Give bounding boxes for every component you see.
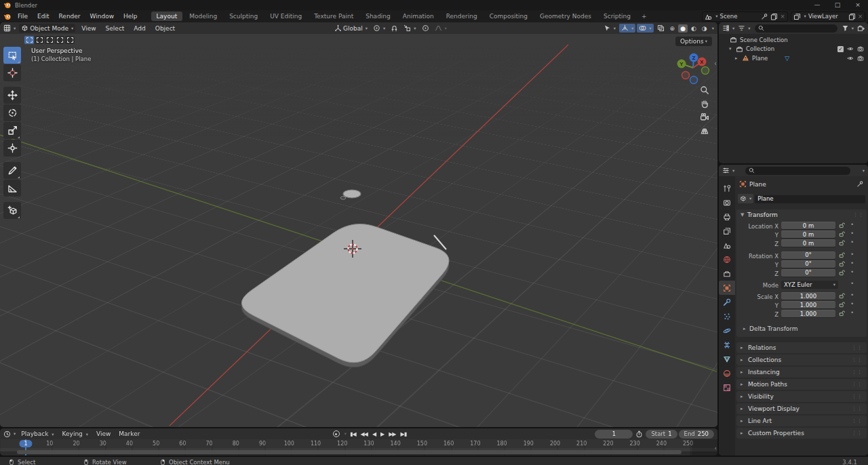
- navigation-gizmo[interactable]: Z X Y: [675, 52, 712, 85]
- camera-icon[interactable]: [857, 45, 864, 52]
- orientation-dropdown[interactable]: Global▾: [332, 24, 370, 33]
- select-mode-intersect[interactable]: [65, 36, 75, 44]
- display-mode-icon[interactable]: [738, 24, 745, 32]
- properties-tab-modifiers[interactable]: [719, 295, 735, 309]
- pan-icon[interactable]: [700, 99, 709, 108]
- animate-decorator[interactable]: •: [850, 260, 854, 266]
- minimize-button[interactable]: —: [807, 0, 827, 10]
- animate-decorator[interactable]: •: [850, 309, 854, 316]
- properties-tab-texture[interactable]: [719, 380, 735, 395]
- corner-resize-handle[interactable]: ‹: [714, 445, 717, 451]
- panel-viewport-display[interactable]: ▸Viewport Display⋮⋮: [736, 403, 867, 414]
- tool-add-cube[interactable]: [3, 202, 21, 219]
- lock-open-icon[interactable]: [838, 222, 845, 228]
- tool-measure[interactable]: [3, 180, 21, 197]
- shading-rendered-button[interactable]: ◑: [700, 24, 709, 33]
- properties-tab-particles[interactable]: [719, 309, 735, 323]
- timeline-menu-view[interactable]: View: [92, 430, 115, 437]
- properties-tab-scene[interactable]: [719, 238, 735, 252]
- play-button[interactable]: ▶: [378, 430, 386, 438]
- panel-motion-paths[interactable]: ▸Motion Paths⋮⋮: [736, 379, 867, 390]
- unlink-scene-icon[interactable]: ×: [780, 13, 785, 20]
- checkbox-icon[interactable]: ✓: [837, 46, 844, 52]
- new-scene-icon[interactable]: [770, 13, 778, 20]
- next-keyframe-button[interactable]: ▶▶: [387, 430, 397, 438]
- disclosure-icon[interactable]: ▸: [735, 56, 740, 61]
- outliner-row-scene-collection[interactable]: Scene Collection: [719, 35, 868, 45]
- outliner-item-label[interactable]: Collection: [746, 45, 774, 52]
- lock-open-icon[interactable]: [838, 260, 845, 267]
- animate-decorator[interactable]: •: [850, 221, 854, 228]
- lock-open-icon[interactable]: [838, 230, 845, 237]
- field-y[interactable]: 1.000: [781, 301, 835, 308]
- workspace-tab-modeling[interactable]: Modeling: [184, 12, 222, 21]
- pin-icon[interactable]: [761, 13, 768, 20]
- properties-tab-world[interactable]: [719, 252, 735, 266]
- panel-collections[interactable]: ▸Collections⋮⋮: [736, 355, 867, 365]
- lock-open-icon[interactable]: [838, 292, 845, 299]
- tool-transform[interactable]: [3, 140, 21, 157]
- snap-toggle[interactable]: [389, 24, 400, 33]
- viewport-canvas[interactable]: User Perspective (1) Collection | Plane …: [0, 34, 717, 427]
- panel-visibility[interactable]: ▸Visibility⋮⋮: [736, 391, 867, 402]
- field-scale-x[interactable]: 1.000: [781, 292, 835, 300]
- camera-view-icon[interactable]: [700, 113, 709, 122]
- properties-tab-view-layer[interactable]: [719, 224, 735, 238]
- viewport-menu-select[interactable]: Select: [101, 22, 130, 35]
- workspace-tab-shading[interactable]: Shading: [360, 12, 396, 21]
- outliner-search-input[interactable]: [755, 24, 837, 33]
- visibility-dropdown[interactable]: ▾: [601, 24, 618, 33]
- tool-scale[interactable]: [3, 122, 21, 139]
- pivot-dropdown[interactable]: ▾: [371, 24, 387, 33]
- jump-start-button[interactable]: ▮◀: [348, 430, 358, 438]
- proportional-edit-toggle[interactable]: [420, 24, 431, 33]
- tool-cursor[interactable]: [3, 64, 21, 81]
- lock-open-icon[interactable]: [838, 310, 845, 317]
- viewport-menu-object[interactable]: Object: [151, 22, 180, 35]
- timeline-menu-playback[interactable]: Playback ▾: [17, 430, 58, 437]
- outliner-row-plane[interactable]: ▸Plane▽: [719, 54, 868, 63]
- add-workspace-button[interactable]: +: [637, 10, 652, 22]
- workspace-tab-sculpting[interactable]: Sculpting: [224, 12, 263, 21]
- timeline-scrollbar[interactable]: [17, 450, 682, 454]
- workspace-tab-layout[interactable]: Layout: [151, 12, 183, 21]
- animate-decorator[interactable]: •: [850, 268, 854, 275]
- close-button[interactable]: ×: [848, 0, 868, 10]
- properties-search-input[interactable]: [745, 167, 850, 175]
- editor-type-icon[interactable]: [3, 430, 11, 438]
- falloff-dropdown[interactable]: ▾: [433, 24, 449, 33]
- select-mode-subtract[interactable]: [45, 36, 54, 44]
- app-menu-icon[interactable]: [4, 13, 12, 20]
- select-mode-extend[interactable]: [35, 36, 44, 44]
- properties-tab-material[interactable]: [719, 366, 735, 380]
- workspace-tab-rendering[interactable]: Rendering: [441, 12, 483, 21]
- field-rotation-x[interactable]: 0°: [781, 251, 835, 259]
- lock-open-icon[interactable]: [838, 251, 845, 258]
- viewlayer-name[interactable]: ViewLayer: [808, 13, 846, 20]
- workspace-tab-geometry-nodes[interactable]: Geometry Nodes: [534, 12, 597, 21]
- animate-decorator[interactable]: •: [850, 280, 854, 287]
- field-z[interactable]: 0°: [781, 269, 835, 277]
- outliner-item-label[interactable]: Scene Collection: [740, 37, 788, 43]
- stopwatch-icon[interactable]: [635, 430, 643, 438]
- remove-viewlayer-icon[interactable]: ×: [858, 13, 863, 20]
- menu-render[interactable]: Render: [54, 10, 85, 22]
- field-y[interactable]: 0 m: [781, 230, 835, 238]
- workspace-tab-animation[interactable]: Animation: [397, 12, 439, 21]
- properties-tab-render[interactable]: [719, 195, 735, 209]
- xray-toggle[interactable]: [655, 24, 667, 33]
- menu-file[interactable]: File: [13, 10, 33, 22]
- eye-icon[interactable]: [847, 45, 854, 52]
- current-frame-field[interactable]: 1: [595, 430, 633, 439]
- menu-window[interactable]: Window: [85, 10, 119, 22]
- jump-end-button[interactable]: ▶▮: [399, 430, 409, 438]
- panel-relations[interactable]: ▸Relations⋮⋮: [736, 342, 867, 353]
- outliner-item-label[interactable]: Plane: [752, 55, 768, 62]
- new-collection-icon[interactable]: [857, 24, 865, 32]
- lock-open-icon[interactable]: [838, 269, 845, 276]
- workspace-tab-uv-editing[interactable]: UV Editing: [264, 12, 307, 21]
- workspace-tab-texture-paint[interactable]: Texture Paint: [309, 12, 359, 21]
- viewport-menu-view[interactable]: View: [77, 22, 100, 35]
- disclosure-icon[interactable]: ▾: [729, 46, 734, 52]
- timeline-menu-keying[interactable]: Keying ▾: [58, 430, 92, 437]
